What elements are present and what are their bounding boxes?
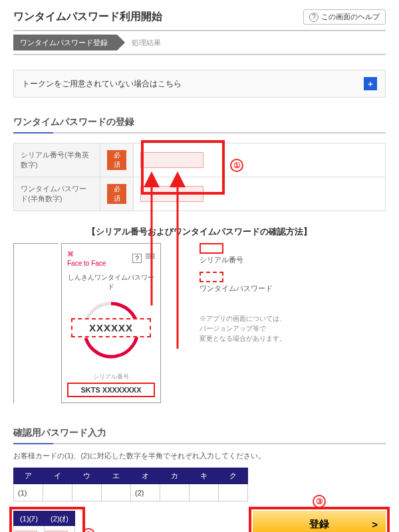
step-current: ワンタイムパスワード登録 <box>13 35 117 50</box>
phone-left-border <box>13 243 59 403</box>
phone-mock: ⌘Face to Face ? しんきんワンタイムパスワード XXXXXX <box>61 243 161 403</box>
serial-label: シリアル番号(半角英数字) <box>14 143 100 177</box>
card-cell: (1) <box>14 484 43 501</box>
phone-otp-value: XXXXXX <box>71 318 151 337</box>
card-cell <box>43 484 72 501</box>
card-cell <box>160 484 190 501</box>
submit-button[interactable]: 登録 > <box>253 511 386 532</box>
serial-input[interactable] <box>140 152 203 168</box>
help-label: この画面のヘルプ <box>321 12 380 22</box>
brand-name: Face to Face <box>67 260 106 267</box>
callout-1: ① <box>230 159 243 172</box>
help-icon: ? <box>309 13 319 22</box>
chevron-right-icon: > <box>372 519 378 530</box>
card-col: ア <box>14 468 43 484</box>
plus-icon: ＋ <box>364 77 377 90</box>
card-col: カ <box>160 468 190 484</box>
card-table: アイウエオカキク (1)(2) <box>13 468 248 501</box>
mini-col: (2)(ｵ) <box>45 511 75 526</box>
callout-3: ③ <box>313 495 326 508</box>
phone-mini-title: しんきんワンタイムパスワード <box>67 273 155 292</box>
mini-input-table: (1)(ｱ)(2)(ｵ) <box>13 511 75 532</box>
otp-form-table: シリアル番号(半角英数字) 必須 ワンタイムパスワード(半角数字) 必須 <box>13 143 386 211</box>
menu-icon <box>146 254 155 263</box>
legend-otp-label: ワンタイムパスワード <box>200 284 386 294</box>
callout-2: ② <box>82 528 95 533</box>
phone-help-icon: ? <box>132 254 142 263</box>
required-tag: 必須 <box>107 150 126 170</box>
card-col: ウ <box>72 468 102 484</box>
otp-input[interactable] <box>140 186 203 202</box>
section-title-confirm: 確認用パスワード入力 <box>13 427 386 444</box>
card-col: ク <box>219 468 248 484</box>
no-token-expand[interactable]: トークンをご用意されていない場合はこちら ＋ <box>13 70 386 98</box>
card-cell <box>72 484 102 501</box>
phone-note: ※アプリの画面については、 バージョンアップ等で 変更となる場合があります。 <box>200 313 386 343</box>
step-indicator: ワンタイムパスワード登録 処理結果 <box>13 30 386 55</box>
otp-label: ワンタイムパスワード(半角数字) <box>14 177 100 211</box>
page-title: ワンタイムパスワード利用開始 <box>13 10 162 24</box>
section-title-otp-register: ワンタイムパスワードの登録 <box>13 116 386 133</box>
legend-serial-label: シリアル番号 <box>200 255 386 265</box>
mini-col: (1)(ｱ) <box>14 511 45 526</box>
submit-label: 登録 <box>309 518 329 531</box>
legend-otp-box <box>200 272 223 282</box>
confirm-method-heading: 【シリアル番号およびワンタイムパスワードの確認方法】 <box>13 226 386 238</box>
confirm-instruction: お客様カードの(1)、(2)に対応した数字を半角でそれぞれ入力してください。 <box>13 451 386 461</box>
card-cell: (2) <box>131 484 160 501</box>
card-cell <box>190 484 219 501</box>
card-col: イ <box>43 468 72 484</box>
card-cell <box>219 484 248 501</box>
required-tag: 必須 <box>107 184 126 204</box>
phone-serial-label: シリアル番号 <box>67 373 155 381</box>
card-cell <box>102 484 131 501</box>
help-button[interactable]: ? この画面のヘルプ <box>303 9 386 25</box>
card-col: キ <box>190 468 219 484</box>
legend-serial-box <box>200 243 223 254</box>
card-col: エ <box>102 468 131 484</box>
step-next: 処理結果 <box>117 35 161 50</box>
phone-serial-value: SKTS XXXXXXXX <box>67 383 155 397</box>
no-token-text: トークンをご用意されていない場合はこちら <box>22 78 182 90</box>
brand-icon: ⌘ <box>67 250 74 258</box>
card-col: オ <box>131 468 160 484</box>
